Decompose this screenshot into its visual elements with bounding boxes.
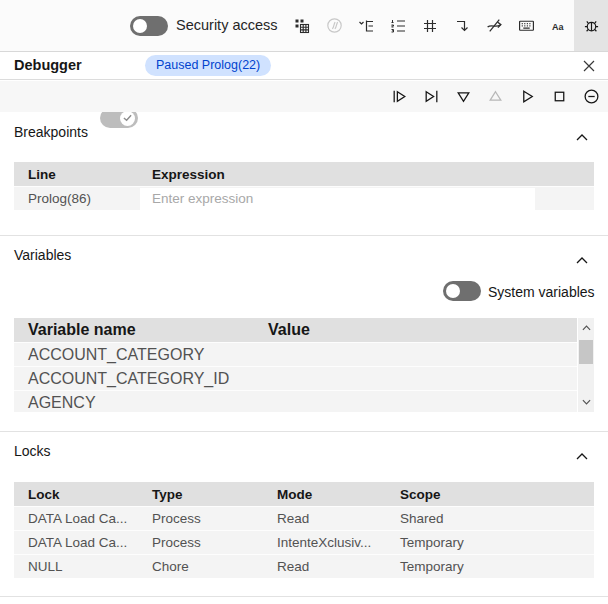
toolbar-icon-strip: Aa — [286, 0, 608, 51]
breakpoints-collapse-icon[interactable] — [576, 127, 588, 145]
variable-row[interactable]: ACCOUNT_CATEGORY_ID — [14, 366, 577, 390]
locks-table: Lock Type Mode Scope DATA Load Ca... Pro… — [14, 482, 594, 578]
lock-row[interactable]: DATA Load Ca... Process IntenteXclusiv..… — [14, 530, 594, 554]
section-divider — [0, 431, 608, 432]
step-into-button[interactable] — [447, 81, 479, 112]
lock-row[interactable]: DATA Load Ca... Process Read Shared — [14, 506, 594, 530]
breakpoints-table-header: Line Expression — [14, 162, 594, 186]
move-down-icon[interactable] — [446, 0, 478, 51]
column-header-type: Type — [138, 487, 263, 502]
lock-cell: DATA Load Ca... — [14, 511, 138, 526]
scope-cell: Temporary — [386, 559, 594, 574]
panel-title: Debugger — [14, 52, 82, 79]
close-icon[interactable] — [580, 57, 598, 75]
scroll-up-icon[interactable] — [578, 321, 594, 335]
column-header-value: Value — [254, 321, 577, 339]
variable-name-cell: ACCOUNT_CATEGORY_ID — [14, 370, 254, 388]
column-header-mode: Mode — [263, 487, 386, 502]
hash-icon[interactable] — [414, 0, 446, 51]
breakpoint-row: Prolog(86) — [14, 186, 594, 210]
system-variables-toggle[interactable] — [443, 281, 481, 301]
scope-cell: Temporary — [386, 535, 594, 550]
variables-collapse-icon[interactable] — [576, 250, 588, 268]
security-access-label: Security access — [176, 0, 278, 51]
type-cell: Process — [138, 511, 263, 526]
scroll-down-icon[interactable] — [578, 395, 594, 409]
variable-name-cell: ACCOUNT_CATEGORY — [14, 346, 254, 364]
play-to-end-button[interactable] — [415, 81, 447, 112]
mode-cell: IntenteXclusiv... — [263, 535, 386, 550]
keyboard-icon[interactable] — [510, 0, 542, 51]
variables-scrollbar[interactable] — [578, 318, 594, 412]
play-from-start-button[interactable] — [383, 81, 415, 112]
security-access-toggle[interactable] — [130, 16, 168, 36]
variables-section-title: Variables — [14, 247, 71, 263]
step-out-button[interactable] — [479, 81, 511, 112]
toggle-knob-check — [120, 111, 135, 126]
resume-button[interactable] — [511, 81, 543, 112]
column-header-line: Line — [14, 167, 138, 182]
lock-cell: NULL — [14, 559, 138, 574]
mode-cell: Read — [263, 511, 386, 526]
text-style-icon[interactable]: Aa — [542, 0, 574, 51]
system-variables-label: System variables — [488, 284, 595, 300]
locks-section-title: Locks — [14, 443, 51, 459]
scrollbar-thumb[interactable] — [579, 340, 593, 364]
data-grid-icon[interactable] — [286, 0, 318, 51]
column-header-lock: Lock — [14, 487, 138, 502]
bottom-divider — [0, 596, 608, 597]
expression-input[interactable] — [140, 188, 535, 210]
variables-table-header: Variable name Value — [14, 318, 577, 342]
stop-button[interactable] — [543, 81, 575, 112]
locks-table-header: Lock Type Mode Scope — [14, 482, 594, 506]
mode-cell: Read — [263, 559, 386, 574]
variables-table: Variable name Value ACCOUNT_CATEGORY ACC… — [14, 318, 594, 412]
section-divider — [0, 235, 608, 236]
breakpoints-section-title: Breakpoints — [14, 124, 88, 140]
status-badge: Paused Prolog(22) — [145, 55, 271, 76]
column-header-scope: Scope — [386, 487, 594, 502]
variable-name-cell: AGENCY — [14, 394, 254, 412]
tree-view-icon[interactable] — [350, 0, 382, 51]
lock-cell: DATA Load Ca... — [14, 535, 138, 550]
column-header-variable-name: Variable name — [14, 321, 254, 339]
suspend-button[interactable] — [575, 81, 607, 112]
playback-controls — [0, 81, 608, 112]
skip-arrow-icon[interactable] — [478, 0, 510, 51]
scope-cell: Shared — [386, 511, 594, 526]
function-icon[interactable] — [318, 0, 350, 51]
variable-row[interactable]: ACCOUNT_CATEGORY — [14, 342, 577, 366]
locks-collapse-icon[interactable] — [576, 446, 588, 464]
toggle-knob — [446, 284, 460, 298]
breakpoint-line-cell: Prolog(86) — [14, 191, 138, 206]
list-numbered-icon[interactable] — [382, 0, 414, 51]
debugger-header: Debugger Paused Prolog(22) — [0, 52, 608, 80]
variable-row[interactable]: AGENCY — [14, 390, 577, 412]
type-cell: Chore — [138, 559, 263, 574]
debugger-panel: Security access — [0, 0, 608, 604]
top-toolbar: Security access — [0, 0, 608, 52]
breakpoints-table: Line Expression Prolog(86) — [14, 162, 594, 210]
svg-text:Aa: Aa — [552, 21, 564, 31]
type-cell: Process — [138, 535, 263, 550]
lock-row[interactable]: NULL Chore Read Temporary — [14, 554, 594, 578]
debug-icon[interactable] — [574, 0, 608, 51]
toggle-knob — [133, 19, 147, 33]
column-header-expression: Expression — [138, 167, 594, 182]
